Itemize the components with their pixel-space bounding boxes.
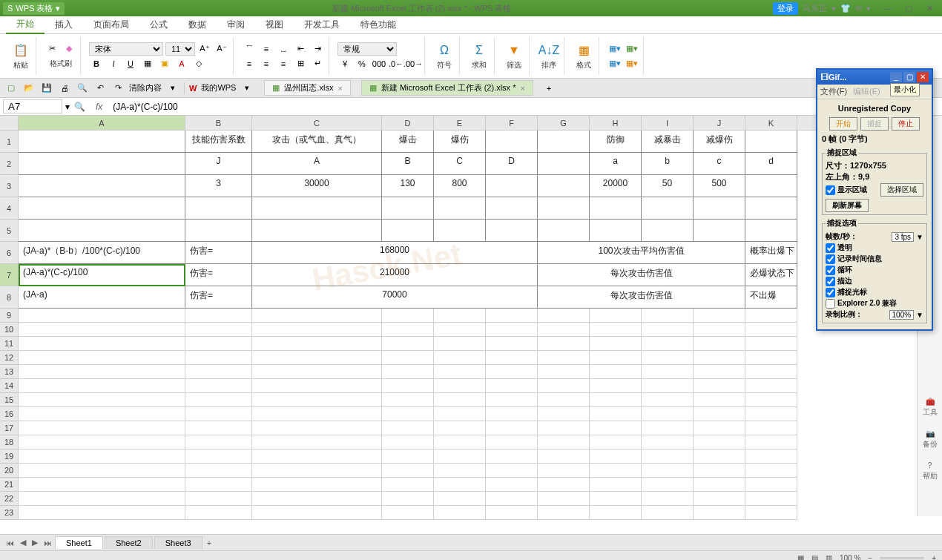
cell-K11[interactable] — [745, 337, 797, 351]
cell-B12[interactable] — [185, 351, 252, 365]
percent-icon[interactable]: % — [355, 57, 369, 70]
tab-layout[interactable]: 页面布局 — [83, 16, 139, 33]
cell-G2[interactable] — [538, 153, 590, 175]
cell-E1[interactable]: 爆伤 — [434, 131, 486, 153]
transparent-checkbox[interactable]: 透明 — [826, 243, 923, 253]
zoom-value[interactable]: 100 % — [840, 554, 860, 560]
cell-C18[interactable] — [252, 435, 382, 449]
record-time-checkbox[interactable]: 记录时间信息 — [826, 254, 923, 264]
row-header[interactable]: 7 — [0, 264, 19, 286]
gif-start-button[interactable]: 开始 — [829, 117, 857, 131]
cell-E17[interactable] — [434, 421, 486, 435]
indent-left-icon[interactable]: ⇤ — [293, 42, 308, 56]
cell-A4[interactable] — [19, 197, 185, 220]
cell-C9[interactable] — [252, 309, 382, 323]
cell-G12[interactable] — [538, 351, 590, 365]
cell-B23[interactable] — [185, 506, 252, 520]
add-sheet-icon[interactable]: + — [204, 538, 214, 547]
sum-button[interactable]: Σ求和 — [468, 41, 490, 72]
cell-F18[interactable] — [486, 435, 538, 449]
fx-icon[interactable]: fx — [90, 102, 108, 112]
cell-G1[interactable] — [538, 131, 590, 153]
cell-A19[interactable] — [19, 449, 185, 464]
cell-K22[interactable] — [745, 492, 797, 506]
cell-E9[interactable] — [434, 309, 486, 323]
cell-A23[interactable] — [19, 506, 185, 520]
filter-button[interactable]: ▼筛选 — [503, 41, 525, 72]
cell-D5[interactable] — [382, 220, 434, 242]
cell-J22[interactable] — [694, 492, 745, 506]
cell-E19[interactable] — [434, 449, 486, 464]
cell-F11[interactable] — [486, 337, 538, 351]
cell-C13[interactable] — [252, 365, 382, 379]
cell-I4[interactable] — [642, 197, 694, 220]
cell-A3[interactable] — [19, 175, 185, 197]
cell-C2[interactable]: A — [252, 153, 382, 175]
cell-E3[interactable]: 800 — [434, 175, 486, 197]
new-icon[interactable]: ▢ — [4, 82, 18, 95]
fill-color-icon[interactable]: ▣ — [157, 57, 172, 70]
cell-A14[interactable] — [19, 379, 185, 393]
merge-icon[interactable]: ⊞ — [293, 57, 308, 70]
cell-H23[interactable] — [590, 506, 642, 520]
cell-I11[interactable] — [642, 337, 694, 351]
cell-B16[interactable] — [185, 407, 252, 421]
cursor-checkbox[interactable]: 捕捉光标 — [826, 287, 923, 297]
sheet-nav-first-icon[interactable]: ⏮ — [3, 538, 17, 547]
copy-icon[interactable]: ◆ — [62, 42, 76, 56]
cell-E22[interactable] — [434, 492, 486, 506]
cell-K20[interactable] — [745, 464, 797, 478]
cell-C11[interactable] — [252, 337, 382, 351]
cell-H20[interactable] — [590, 464, 642, 478]
cell-I16[interactable] — [642, 407, 694, 421]
cell-D2[interactable]: B — [382, 153, 434, 175]
cell-C10[interactable] — [252, 323, 382, 337]
cell-K10[interactable] — [745, 323, 797, 337]
cell-I21[interactable] — [642, 478, 694, 492]
save-icon[interactable]: 💾 — [40, 82, 53, 95]
font-name-select[interactable]: 宋体 — [89, 42, 163, 56]
cell-C16[interactable] — [252, 407, 382, 421]
cell-G13[interactable] — [538, 365, 590, 379]
sheet-nav-prev-icon[interactable]: ◀ — [17, 538, 29, 547]
row-header[interactable]: 16 — [0, 407, 19, 421]
tab-start[interactable]: 开始 — [6, 16, 45, 34]
cell-I15[interactable] — [642, 393, 694, 407]
cell-J12[interactable] — [694, 351, 745, 365]
cell-B14[interactable] — [185, 379, 252, 393]
cell-A21[interactable] — [19, 478, 185, 492]
loop-checkbox[interactable]: 循环 — [826, 265, 923, 275]
cell-D12[interactable] — [382, 351, 434, 365]
cell-G14[interactable] — [538, 379, 590, 393]
cell-E13[interactable] — [434, 365, 486, 379]
row-header[interactable]: 15 — [0, 393, 19, 407]
cell-G8[interactable]: 每次攻击伤害值 — [538, 286, 745, 309]
cell-C17[interactable] — [252, 421, 382, 435]
cell-A11[interactable] — [19, 337, 185, 351]
tab-insert[interactable]: 插入 — [45, 16, 83, 33]
font-size-select[interactable]: 11 — [165, 42, 195, 56]
align-top-icon[interactable]: ⎴ — [242, 42, 257, 56]
cell-K8[interactable]: 不出爆 — [745, 286, 797, 309]
col-header-b[interactable]: B — [185, 116, 252, 130]
cell-A1[interactable] — [19, 131, 185, 153]
underline-button[interactable]: U — [123, 57, 138, 70]
cell-A2[interactable] — [19, 153, 185, 175]
cell-B18[interactable] — [185, 435, 252, 449]
col-header-f[interactable]: F — [486, 116, 538, 130]
gif-capture-window[interactable]: 🎞 Gif... _ ▢ ✕ 最小化 文件(F) 编辑(E) Unregiste… — [816, 68, 933, 331]
cell-C4[interactable] — [252, 197, 382, 220]
cell-H1[interactable]: 防御 — [590, 131, 642, 153]
cell-A12[interactable] — [19, 351, 185, 365]
comma-icon[interactable]: 000 — [372, 57, 386, 70]
sort-button[interactable]: A↓Z排序 — [538, 41, 560, 72]
row-header[interactable]: 8 — [0, 286, 19, 309]
cell-G3[interactable] — [538, 175, 590, 197]
col-header-a[interactable]: A — [19, 116, 185, 130]
cell-F9[interactable] — [486, 309, 538, 323]
preview-icon[interactable]: 🔍 — [76, 82, 89, 95]
close-icon[interactable]: ✕ — [920, 4, 939, 13]
close-tab-icon[interactable]: × — [520, 84, 524, 93]
cell-G23[interactable] — [538, 506, 590, 520]
col-header-c[interactable]: C — [252, 116, 382, 130]
